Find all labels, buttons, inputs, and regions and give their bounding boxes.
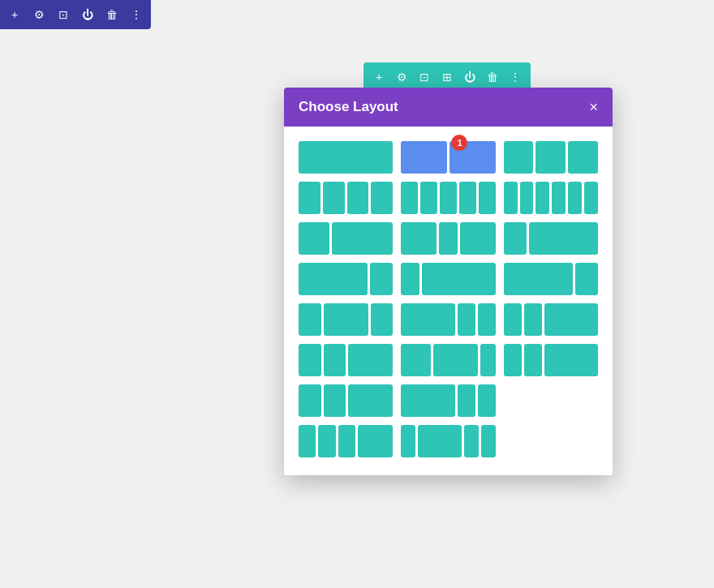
layout-option-heavy-left[interactable] bbox=[299, 263, 393, 295]
float-module-icon[interactable]: ⊡ bbox=[417, 70, 432, 84]
trash-icon[interactable]: 🗑 bbox=[104, 6, 120, 23]
module-icon[interactable]: ⊡ bbox=[55, 6, 71, 23]
layout-grid: 1 bbox=[299, 141, 598, 457]
float-settings-icon[interactable]: ⚙ bbox=[394, 70, 409, 84]
layout-option-3-1[interactable] bbox=[504, 222, 598, 255]
layout-option-4col[interactable] bbox=[299, 182, 393, 214]
layout-option-s-w-s-s[interactable] bbox=[401, 425, 495, 457]
modal-header: Choose Layout × bbox=[284, 88, 613, 127]
layout-option-wide-small-right[interactable] bbox=[504, 263, 598, 295]
float-power-icon[interactable]: ⏻ bbox=[462, 70, 477, 84]
float-trash-icon[interactable]: 🗑 bbox=[485, 70, 500, 84]
float-more-icon[interactable]: ⋮ bbox=[508, 70, 523, 84]
layout-option-5col[interactable] bbox=[401, 182, 495, 214]
layout-option-1-2-1a[interactable] bbox=[299, 303, 393, 336]
top-toolbar: + ⚙ ⊡ ⏻ 🗑 ⋮ bbox=[0, 0, 151, 29]
layout-option-6col[interactable] bbox=[504, 182, 598, 214]
modal-close-button[interactable]: × bbox=[589, 100, 598, 114]
layout-option-w-s-s[interactable] bbox=[401, 384, 495, 417]
modal-body: 1 bbox=[284, 127, 613, 475]
layout-option-1-wide-small[interactable] bbox=[401, 263, 495, 295]
modal-title: Choose Layout bbox=[299, 99, 398, 115]
more-icon[interactable]: ⋮ bbox=[128, 6, 144, 23]
layout-option-2-1-1[interactable] bbox=[401, 344, 495, 376]
float-add-icon[interactable]: + bbox=[372, 70, 386, 84]
float-columns-icon[interactable]: ⊞ bbox=[440, 70, 454, 84]
layout-option-3-1-1[interactable] bbox=[401, 303, 495, 336]
layout-option-4small[interactable] bbox=[299, 425, 393, 457]
power-icon[interactable]: ⏻ bbox=[80, 6, 96, 23]
layout-option-1-1-3[interactable] bbox=[504, 303, 598, 336]
settings-icon[interactable]: ⚙ bbox=[31, 6, 47, 23]
layout-option-1-2[interactable] bbox=[299, 222, 393, 255]
layout-option-2-1-2[interactable] bbox=[401, 222, 495, 255]
layout-option-2col-selected[interactable]: 1 bbox=[401, 141, 495, 174]
layout-option-1-2-1b[interactable] bbox=[504, 344, 598, 376]
layout-option-1col[interactable] bbox=[299, 141, 393, 174]
layout-option-s-s-w[interactable] bbox=[299, 384, 393, 417]
layout-option-1-1-2[interactable] bbox=[299, 344, 393, 376]
choose-layout-modal: Choose Layout × 1 bbox=[284, 88, 613, 475]
add-icon[interactable]: + bbox=[6, 6, 23, 23]
layout-option-3col[interactable] bbox=[504, 141, 598, 174]
